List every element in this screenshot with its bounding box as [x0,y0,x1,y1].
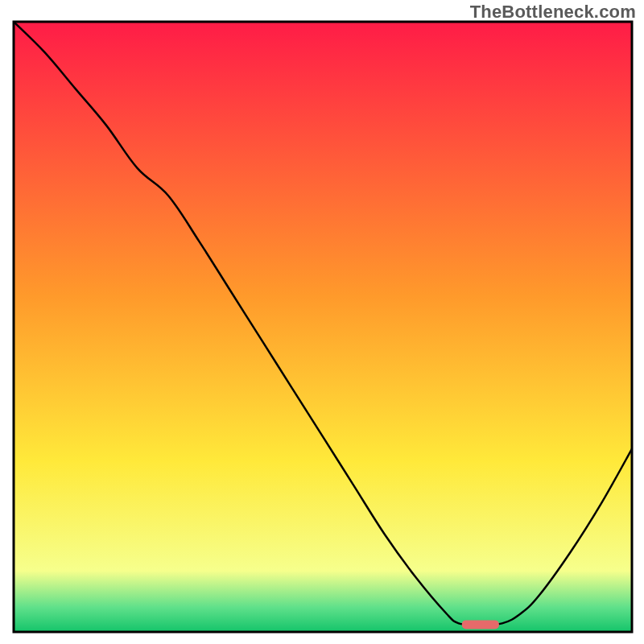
optimal-marker [462,620,499,629]
bottleneck-chart [0,0,644,644]
gradient-background [14,22,632,632]
chart-container: TheBottleneck.com [0,0,644,644]
